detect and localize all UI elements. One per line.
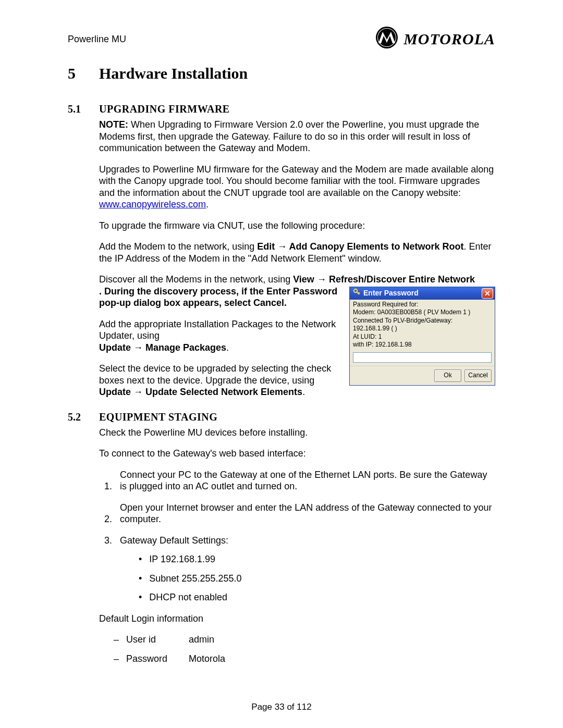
dialog-buttons: Ok Cancel	[350, 366, 495, 385]
paragraph: Upgrades to Powerline MU firmware for th…	[99, 164, 495, 211]
instruction-bold: During the discovery process, if the Ent…	[99, 286, 337, 309]
paragraph: To upgrade the firmware via CNUT, use th…	[99, 220, 495, 232]
text: Add the Modem to the network, using	[99, 241, 257, 252]
arrow-icon: →	[277, 241, 287, 252]
dialog-text: Modem: 0A003EB00B58 ( PLV Modem 1 )	[353, 309, 492, 317]
dash-icon: –	[114, 634, 126, 646]
close-icon: ✕	[484, 290, 491, 297]
login-value: admin	[189, 634, 214, 646]
wrap-row: . During the discovery process, if the E…	[99, 286, 495, 411]
dialog-titlebar: Enter Password ✕	[350, 287, 495, 300]
paragraph: Check the Powerline MU devices before in…	[99, 427, 495, 439]
ok-button[interactable]: Ok	[434, 369, 461, 382]
text: .	[226, 342, 229, 353]
text: Select the device to be upgraded by sele…	[99, 363, 331, 386]
dialog-text: Password Required for:	[353, 301, 492, 309]
menu-path: Update	[99, 342, 133, 353]
close-button[interactable]: ✕	[482, 288, 493, 299]
brand: MOTOROLA	[375, 26, 495, 52]
dialog-text: 192.168.1.99 ( )	[353, 325, 492, 333]
note-paragraph: NOTE: When Upgrading to Firmware Version…	[99, 119, 495, 154]
chapter-title: Hardware Installation	[99, 64, 248, 83]
menu-path: View	[293, 274, 317, 285]
dialog-text: Connected To PLV-Bridge/Gateway:	[353, 317, 492, 325]
paragraph: Default Login information	[99, 613, 495, 625]
paragraph: . During the discovery process, if the E…	[99, 286, 340, 309]
page: Powerline MU MOTOROLA 5 Hardware Install…	[0, 0, 563, 728]
list-text: Subnet 255.255.255.0	[149, 573, 241, 584]
list-text: Open your Internet browser and enter the…	[120, 502, 495, 525]
list-text: Gateway Default Settings:	[120, 535, 228, 546]
paragraph: To connect to the Gateway's web based in…	[99, 448, 495, 460]
list-item: Subnet 255.255.255.0	[139, 573, 495, 585]
text: Discover all the Modems in the network, …	[99, 274, 293, 285]
chapter-heading: 5 Hardware Installation	[68, 64, 495, 83]
list-text: IP 192.168.1.99	[149, 554, 215, 564]
dialog-body: Password Required for: Modem: 0A003EB00B…	[350, 300, 495, 366]
bullet-list: IP 192.168.1.99 Subnet 255.255.255.0 DHC…	[139, 553, 495, 603]
login-label: User id	[126, 634, 189, 646]
paragraph: Discover all the Modems in the network, …	[99, 274, 495, 286]
dialog-text: with IP: 192.168.1.98	[353, 341, 492, 349]
section-body: Check the Powerline MU devices before in…	[99, 427, 495, 665]
paragraph: Update → Manage Packages.	[99, 342, 340, 354]
login-label: Password	[126, 653, 189, 665]
motorola-logo-icon	[375, 26, 398, 52]
list-item: Gateway Default Settings: IP 192.168.1.9…	[115, 535, 495, 603]
enter-password-dialog: Enter Password ✕ Password Required for: …	[349, 287, 495, 386]
arrow-icon: →	[133, 387, 143, 397]
section-heading: 5.2 EQUIPMENT STAGING	[68, 411, 495, 424]
note-text: When Upgrading to Firmware Version 2.0 o…	[99, 119, 479, 153]
dialog-title: Enter Password	[363, 288, 419, 298]
menu-path: Refresh/Discover Entire Network	[326, 274, 475, 285]
arrow-icon: →	[133, 342, 143, 353]
paragraph: Select the device to be upgraded by sele…	[99, 363, 340, 398]
paragraph: Add the appropriate Installation Package…	[99, 318, 340, 342]
menu-path: Update Selected Network Elements	[143, 387, 302, 397]
text: .	[302, 387, 305, 397]
menu-path: Update	[99, 387, 133, 397]
section-body: NOTE: When Upgrading to Firmware Version…	[99, 119, 495, 411]
cancel-button[interactable]: Cancel	[464, 369, 492, 382]
text: .	[206, 199, 209, 209]
wrap-text: . During the discovery process, if the E…	[99, 286, 340, 411]
section-heading: 5.1 UPGRADING FIRMWARE	[68, 103, 495, 116]
section-number: 5.1	[68, 103, 85, 116]
key-icon	[353, 288, 360, 298]
dash-icon: –	[114, 653, 126, 665]
page-footer: Page 33 of 112	[0, 701, 563, 712]
list-item: – Password Motorola	[114, 653, 495, 665]
arrow-icon: →	[317, 274, 326, 285]
paragraph: Add the Modem to the network, using Edit…	[99, 241, 495, 264]
menu-path: Manage Packages	[143, 342, 226, 353]
page-header: Powerline MU MOTOROLA	[68, 26, 495, 52]
brand-name: MOTOROLA	[403, 29, 495, 49]
canopy-link[interactable]: www.canopywireless.com	[99, 199, 206, 209]
login-value: Motorola	[189, 653, 225, 665]
list-text: DHCP not enabled	[149, 592, 227, 602]
doc-title: Powerline MU	[68, 33, 126, 45]
menu-path: Edit	[257, 241, 277, 252]
list-item: IP 192.168.1.99	[139, 553, 495, 565]
text: Upgrades to Powerline MU firmware for th…	[99, 164, 494, 198]
password-input[interactable]	[353, 352, 492, 363]
list-item: – User id admin	[114, 634, 495, 646]
dash-list: – User id admin – Password Motorola	[114, 634, 495, 664]
list-text: Connect your PC to the Gateway at one of…	[120, 469, 495, 492]
chapter-number: 5	[68, 64, 78, 83]
text: .	[99, 286, 104, 297]
numbered-list: Connect your PC to the Gateway at one of…	[115, 469, 495, 603]
list-item: Connect your PC to the Gateway at one of…	[115, 469, 495, 492]
list-item: Open your Internet browser and enter the…	[115, 502, 495, 525]
note-label: NOTE:	[99, 119, 128, 130]
section-number: 5.2	[68, 411, 85, 424]
section-title: EQUIPMENT STAGING	[99, 411, 217, 424]
list-item: DHCP not enabled	[139, 591, 495, 603]
dialog-text: At LUID: 1	[353, 333, 492, 341]
section-title: UPGRADING FIRMWARE	[99, 103, 230, 116]
menu-path: Add Canopy Elements to Network Root	[287, 241, 463, 252]
